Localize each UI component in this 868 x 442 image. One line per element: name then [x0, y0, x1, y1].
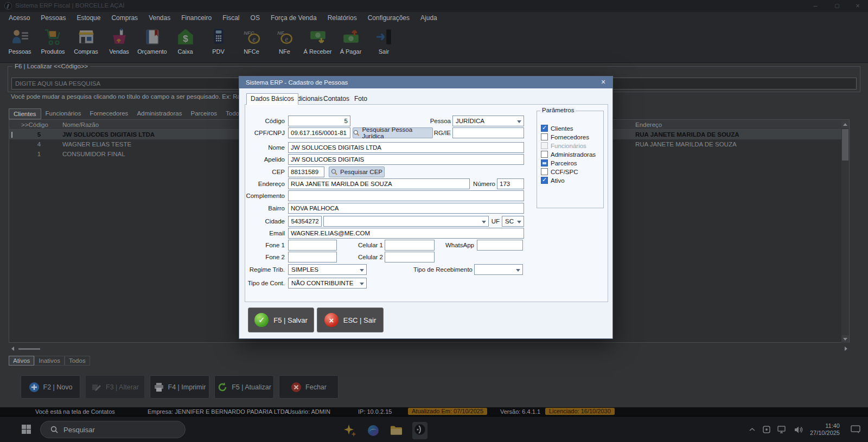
checkbox-ativo[interactable]: Ativo [541, 177, 565, 184]
scrollbar-thumb[interactable] [18, 348, 40, 350]
atualizar-button[interactable]: F5 | Atualizar [214, 375, 274, 399]
tray-chevron-up-icon[interactable] [749, 426, 756, 433]
button-label: F2 | Novo [43, 383, 73, 391]
dialog-tab-contatos[interactable]: Contatos [320, 94, 353, 104]
tipo-cont-dropdown[interactable]: NÃO CONTRIBUINTE [288, 278, 367, 289]
start-button[interactable] [22, 425, 31, 434]
menu-vendas[interactable]: Vendas [143, 14, 176, 22]
toolbar-compras[interactable]: Compras [69, 23, 103, 62]
taskbar-clock[interactable]: 11:40 27/10/2025 [810, 422, 840, 437]
whatsapp-input[interactable] [477, 240, 523, 251]
regime-trib-dropdown[interactable]: SIMPLES [288, 264, 367, 275]
menu-configuracoes[interactable]: Configurações [362, 14, 415, 22]
toolbar-orcamento[interactable]: Orçamento [136, 23, 169, 62]
sair-button[interactable]: × ESC | Sair [317, 308, 384, 332]
maximize-button[interactable]: ▢ [829, 3, 845, 9]
salvar-button[interactable]: ✓ F5 | Salvar [248, 308, 314, 332]
menu-financeiro[interactable]: Financeiro [176, 14, 217, 22]
cidade-dropdown[interactable] [323, 216, 489, 227]
toolbar-a-receber[interactable]: Á Receber [301, 23, 334, 62]
menu-fiscal[interactable]: Fiscal [217, 14, 245, 22]
column-header-codigo[interactable]: >>Código [18, 121, 60, 128]
pesquisar-cep-button[interactable]: Pesquisar CEP [329, 166, 385, 177]
tab-parceiros[interactable]: Parceiros [186, 108, 221, 119]
speaker-icon[interactable] [794, 426, 803, 434]
erp-app-taskbar-icon[interactable] [412, 422, 427, 439]
tab-administradoras[interactable]: Administradoras [132, 108, 186, 119]
fechar-button[interactable]: Fechar [279, 375, 339, 399]
dialog-tab-foto[interactable]: Foto [350, 94, 371, 104]
vertical-scrollbar[interactable] [841, 120, 849, 343]
toolbar-pdv[interactable]: PDV [202, 23, 235, 62]
menu-pessoas[interactable]: Pessoas [35, 14, 71, 22]
fone2-input[interactable] [288, 252, 337, 262]
apelido-input[interactable] [288, 154, 524, 165]
scroll-down-icon[interactable] [841, 335, 849, 343]
horizontal-scrollbar[interactable] [9, 345, 850, 353]
endereco-input[interactable] [288, 178, 470, 189]
copilot-sparkle-icon[interactable] [343, 424, 357, 438]
checkbox-administradoras[interactable]: Administradoras [541, 151, 596, 158]
checkbox-ccf-spc[interactable]: CCF/SPC [541, 168, 578, 175]
toolbar-nfe[interactable]: NFe NFe [268, 23, 301, 62]
nome-input[interactable] [288, 142, 524, 153]
toolbar-produtos[interactable]: Produtos [36, 23, 69, 62]
email-input[interactable] [288, 228, 524, 239]
close-button[interactable]: × [850, 2, 866, 10]
pessoa-dropdown[interactable]: JURÍDICA [452, 116, 524, 126]
tab-ativos[interactable]: Ativos [9, 356, 34, 366]
tab-clientes[interactable]: Clientes [9, 108, 41, 119]
scrollbar-thumb[interactable] [842, 129, 848, 161]
tab-inativos[interactable]: Inativos [34, 356, 65, 366]
scroll-up-icon[interactable] [841, 120, 849, 128]
rg-ie-input[interactable] [452, 127, 524, 138]
dialog-close-icon[interactable]: × [597, 76, 609, 88]
dialog-tab-dados-basicos[interactable]: Dados Básicos [246, 93, 298, 105]
network-icon[interactable] [777, 426, 787, 434]
menu-os[interactable]: OS [245, 14, 265, 22]
cep-input[interactable] [288, 166, 324, 177]
menu-forca-de-venda[interactable]: Força de Venda [265, 14, 322, 22]
menu-relatorios[interactable]: Relatórios [322, 14, 362, 22]
menu-acesso[interactable]: Acesso [3, 14, 35, 22]
toolbar-nfce[interactable]: NFCe NFCe [235, 23, 268, 62]
uf-dropdown[interactable]: SC [502, 216, 524, 227]
complemento-input[interactable] [288, 190, 524, 201]
minimize-button[interactable]: – [807, 2, 824, 10]
fone1-input[interactable] [288, 240, 337, 251]
tipo-recebimento-dropdown[interactable] [474, 264, 523, 275]
menu-estoque[interactable]: Estoque [71, 14, 106, 22]
notification-icon[interactable] [851, 425, 860, 434]
checkbox-clientes[interactable]: Clientes [541, 125, 573, 132]
cpf-cnpj-input[interactable] [288, 127, 350, 138]
menu-ajuda[interactable]: Ajuda [415, 14, 443, 22]
file-explorer-icon[interactable] [390, 424, 403, 437]
toolbar-sair[interactable]: Sair [367, 23, 400, 62]
numero-input[interactable] [497, 178, 524, 189]
cidade-codigo-input[interactable] [288, 216, 322, 227]
edge-browser-icon[interactable] [367, 424, 380, 437]
tray-app-icon[interactable] [762, 425, 771, 434]
checkbox-parceiros[interactable]: Parceiros [541, 159, 577, 166]
tab-funcionarios[interactable]: Funcionários [41, 108, 86, 119]
bairro-input[interactable] [288, 203, 524, 214]
checkbox-fornecedores[interactable]: Fornecedores [541, 133, 589, 140]
scroll-right-icon[interactable] [842, 345, 850, 353]
celular1-input[interactable] [385, 240, 435, 251]
tab-fornecedores[interactable]: Fornecedores [85, 108, 132, 119]
toolbar-vendas[interactable]: Vendas [103, 23, 136, 62]
tab-todos-inferior[interactable]: Todos [65, 356, 90, 366]
imprimir-button[interactable]: F4 | Imprimir [150, 375, 209, 399]
menu-compras[interactable]: Compras [106, 14, 143, 22]
celular2-input[interactable] [385, 252, 435, 262]
novo-button[interactable]: F2 | Novo [21, 375, 80, 399]
toolbar-pessoas[interactable]: Pessoas [3, 23, 36, 62]
search-icon [331, 169, 337, 175]
scroll-left-icon[interactable] [9, 345, 16, 353]
status-empresa: Empresa: JENNIFER E BERNARDO PADARIA LTD… [148, 408, 289, 415]
codigo-input[interactable] [288, 116, 350, 126]
column-header-endereco[interactable]: Endereço [633, 121, 849, 128]
taskbar-search[interactable]: Pesquisar [40, 421, 186, 438]
toolbar-a-pagar[interactable]: Á Pagar [334, 23, 367, 62]
toolbar-caixa[interactable]: $ Caixa [169, 23, 202, 62]
